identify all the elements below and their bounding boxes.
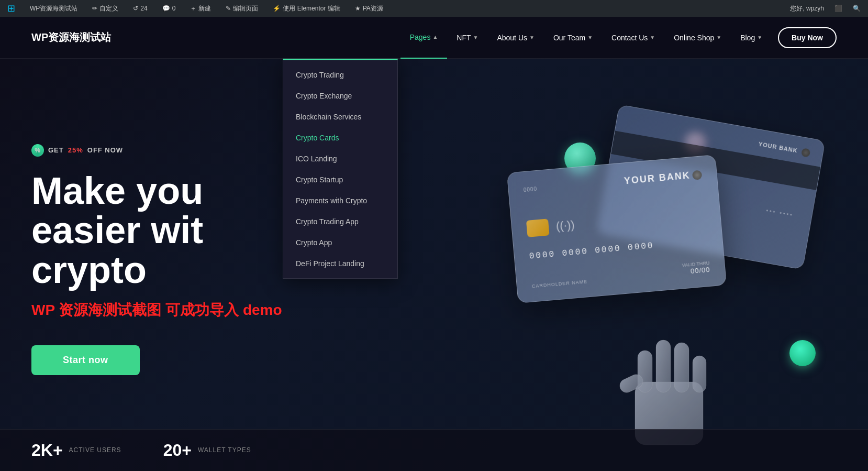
dropdown-item-crypto-app[interactable]: Crypto App [283,232,397,253]
card-chip-row: ((·)) [526,205,706,237]
nav-item-blog[interactable]: Blog ▼ [731,17,772,59]
dropdown-item-crypto-exchange[interactable]: Crypto Exchange [283,85,397,106]
comments-icon: 💬 [162,5,170,12]
buy-now-button[interactable]: Buy Now [778,27,837,48]
dropdown-item-crypto-startup[interactable]: Crypto Startup [283,169,397,190]
elementor-icon: ⚡ [273,5,281,12]
contactless-icon: ((·)) [555,218,575,233]
nav-item-our-team[interactable]: Our Team ▼ [544,17,602,59]
discount-icon: % [31,144,44,157]
admin-updates[interactable]: ↺ 24 [130,0,150,17]
dropdown-item-blockchain-services[interactable]: Blockchain Services [283,106,397,127]
stat-number-users: 2K+ [31,441,63,460]
svg-rect-4 [693,356,706,392]
card-number-display: 0000 0000 0000 0000 [529,236,708,261]
bank-name-front: YOUR BANK [624,170,691,187]
site-logo[interactable]: WP资源海测试站 [31,30,111,45]
card-number-top: 0000 [523,186,537,193]
svg-rect-2 [656,340,671,392]
dropdown-item-crypto-trading[interactable]: Crypto Trading [283,64,397,85]
card-top-row: 0000 YOUR BANK [523,169,703,195]
card-bottom: CARDHOLDER NAME VALID THRU 00/00 [531,260,710,289]
dropdown-item-payments-with-crypto[interactable]: Payments with Crypto [283,190,397,211]
credit-card-front: 0000 YOUR BANK ((·)) 0000 0000 0000 0000… [507,155,727,303]
card-back-logo: YOUR BANK [758,140,810,158]
edit-icon: ✎ [226,5,231,12]
stat-active-users: 2K+ ACTIVE USERS [31,441,121,460]
updates-icon: ↺ [133,5,138,12]
admin-edit-page[interactable]: ✎ 编辑页面 [222,0,261,17]
stat-label-wallets: WALLET TYPES [198,446,251,455]
pages-dropdown: Crypto Trading Crypto Exchange Blockchai… [283,59,398,279]
admin-site-name[interactable]: WP资源海测试站 [27,0,81,17]
admin-customize[interactable]: ✏ 自定义 [89,0,121,17]
bank-name-back: YOUR BANK [758,141,798,154]
admin-bar: ⊞ WP资源海测试站 ✏ 自定义 ↺ 24 💬 0 ＋ 新建 ✎ 编辑页面 ⚡ … [0,0,868,17]
stat-label-users: ACTIVE USERS [69,446,121,455]
wp-logo-icon: ⊞ [7,3,15,14]
new-icon: ＋ [190,4,196,13]
card-holder-area: CARDHOLDER NAME [531,279,587,289]
admin-new[interactable]: ＋ 新建 [187,0,214,17]
customize-icon: ✏ [92,5,97,12]
dropdown-item-defi-project-landing[interactable]: DeFi Project Landing [283,253,397,274]
watermark-text: WP 资源海测试截图 可成功导入 demo [31,300,282,320]
card-valid-area: VALID THRU 00/00 [682,260,710,276]
svg-rect-3 [674,343,689,392]
chevron-down-icon: ▼ [716,35,721,40]
chevron-down-icon: ▼ [473,35,478,40]
pa-icon: ★ [355,5,361,12]
bank-logo-dot [801,148,811,158]
hero-badge: % GET 25% OFF NOW [31,144,282,157]
nav-item-nft[interactable]: NFT ▼ [447,17,487,59]
bank-name-area: YOUR BANK [624,169,702,187]
nav-item-about-us[interactable]: About Us ▼ [487,17,544,59]
chevron-up-icon: ▲ [432,34,438,40]
chevron-down-icon: ▼ [529,35,535,40]
admin-username[interactable]: 您好, wpzyh [787,4,827,13]
card-chip-icon [526,218,550,237]
hero-stats-bar: 2K+ ACTIVE USERS 20+ WALLET TYPES [0,429,868,471]
hero-section: % GET 25% OFF NOW Make you easier wit cr… [0,59,868,471]
chevron-down-icon: ▼ [757,35,762,40]
admin-avatar-icon[interactable]: ⬛ [831,5,845,12]
admin-right: 您好, wpzyh ⬛ 🔍 [787,4,864,13]
admin-search-icon[interactable]: 🔍 [850,5,864,12]
admin-elementor[interactable]: ⚡ 使用 Elementor 编辑 [270,0,343,17]
dropdown-item-ico-landing[interactable]: ICO Landing [283,148,397,169]
site-header: WP资源海测试站 Pages ▲ NFT ▼ About Us ▼ Our Te… [0,17,868,59]
stat-wallet-types: 20+ WALLET TYPES [163,441,251,460]
hero-title: Make you easier wit crypto [31,171,282,290]
start-now-button[interactable]: Start now [31,345,140,375]
admin-pa[interactable]: ★ PA资源 [352,0,386,17]
dropdown-item-crypto-trading-app[interactable]: Crypto Trading App [283,211,397,232]
hero-content: % GET 25% OFF NOW Make you easier wit cr… [31,144,282,376]
nav-item-online-shop[interactable]: Online Shop ▼ [664,17,731,59]
chevron-down-icon: ▼ [587,35,593,40]
bank-logo-icon [692,170,703,180]
nav-item-contact-us[interactable]: Contact Us ▼ [602,17,664,59]
stat-number-wallets: 20+ [163,441,192,460]
admin-comments[interactable]: 💬 0 [159,0,179,17]
chevron-down-icon: ▼ [650,35,655,40]
nav-item-pages[interactable]: Pages ▲ [400,17,448,59]
wp-logo-button[interactable]: ⊞ [4,0,18,17]
dropdown-item-crypto-cards[interactable]: Crypto Cards [283,127,397,148]
main-navigation: Pages ▲ NFT ▼ About Us ▼ Our Team ▼ Cont… [400,17,837,59]
cardholder-label: CARDHOLDER NAME [531,279,587,289]
